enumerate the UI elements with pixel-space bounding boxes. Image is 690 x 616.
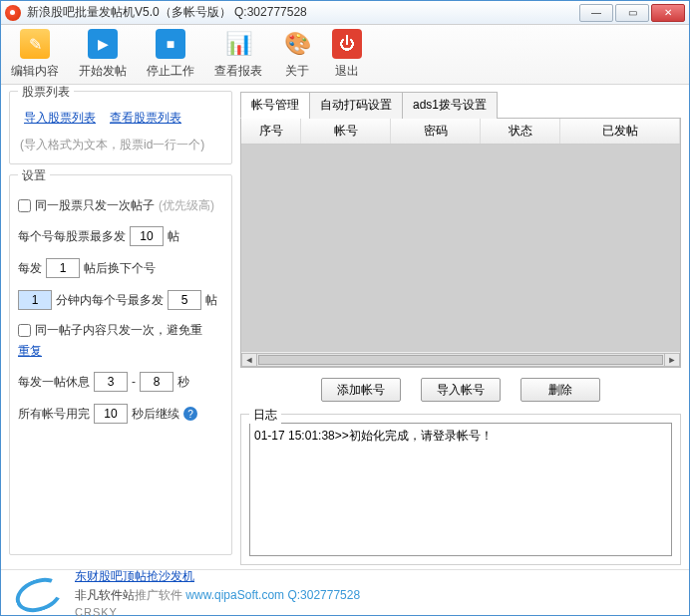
right-panel: 帐号管理 自动打码设置 ads1拨号设置 序号 帐号 密码 状态 已发帖 ◄ — [240, 91, 681, 565]
stock-list-title: 股票列表 — [18, 85, 74, 101]
help-icon[interactable]: ? — [183, 407, 197, 421]
close-button[interactable]: ✕ — [651, 4, 685, 22]
add-account-button[interactable]: 添加帐号 — [321, 378, 401, 402]
minimize-button[interactable]: — — [579, 4, 613, 22]
start-post-button[interactable]: 开始发帖 — [79, 29, 127, 80]
account-table: 序号 帐号 密码 状态 已发帖 ◄ ► — [240, 119, 681, 368]
maximize-button[interactable]: ▭ — [615, 4, 649, 22]
view-report-button[interactable]: 查看报表 — [214, 29, 262, 80]
tab-bar: 帐号管理 自动打码设置 ads1拨号设置 — [240, 91, 681, 119]
table-body[interactable] — [241, 145, 680, 351]
log-title: 日志 — [249, 407, 281, 424]
stop-icon — [156, 29, 185, 59]
col-posted[interactable]: 已发帖 — [560, 119, 680, 144]
titlebar: 新浪股吧批量发帖机V5.0（多帐号版） Q:302777528 — ▭ ✕ — [1, 1, 689, 25]
import-stock-list-link[interactable]: 导入股票列表 — [24, 110, 96, 127]
log-group: 日志 01-17 15:01:38>>初始化完成，请登录帐号！ — [240, 414, 681, 565]
tab-captcha-settings[interactable]: 自动打码设置 — [309, 92, 403, 119]
toolbar: 编辑内容 开始发帖 停止工作 查看报表 关于 退出 — [1, 25, 689, 85]
scroll-left-icon[interactable]: ◄ — [241, 353, 257, 367]
power-icon — [332, 29, 362, 59]
footer-brand-sub: 推广软件 — [135, 588, 182, 602]
scroll-right-icon[interactable]: ► — [664, 353, 680, 367]
duplicate-link[interactable]: 重复 — [18, 343, 42, 360]
max-posts-input[interactable] — [130, 226, 164, 246]
edit-content-button[interactable]: 编辑内容 — [11, 29, 59, 80]
one-post-suffix: (优先级高) — [159, 197, 214, 214]
left-panel: 股票列表 导入股票列表 查看股票列表 (导入格式为文本，股票id一行一个) 设置… — [9, 91, 232, 565]
col-account[interactable]: 帐号 — [301, 119, 391, 144]
settings-group: 设置 同一股票只发一次帖子 (优先级高) 每个号每股票最多发 帖 每发 帖后换下… — [9, 174, 232, 555]
window-title: 新浪股吧批量发帖机V5.0（多帐号版） Q:302777528 — [27, 4, 579, 21]
col-status[interactable]: 状态 — [481, 119, 560, 144]
per-minute-max-input[interactable] — [168, 290, 201, 310]
table-header: 序号 帐号 密码 状态 已发帖 — [241, 119, 680, 145]
window-buttons: — ▭ ✕ — [579, 4, 685, 22]
switch-after-input[interactable] — [46, 258, 80, 278]
exit-button[interactable]: 退出 — [332, 29, 362, 80]
col-password[interactable]: 密码 — [391, 119, 481, 144]
footer-crsky: CRSKY — [75, 606, 360, 617]
crsky-logo-icon — [11, 575, 65, 611]
minutes-input[interactable] — [18, 290, 52, 310]
log-line: 01-17 15:01:38>>初始化完成，请登录帐号！ — [254, 428, 667, 445]
import-hint: (导入格式为文本，股票id一行一个) — [20, 137, 223, 154]
about-button[interactable]: 关于 — [282, 29, 312, 80]
account-button-row: 添加帐号 导入帐号 删除 — [240, 368, 681, 406]
scroll-thumb[interactable] — [258, 355, 663, 365]
view-stock-list-link[interactable]: 查看股票列表 — [110, 110, 181, 127]
horizontal-scrollbar[interactable]: ◄ ► — [241, 351, 680, 367]
footer: 东财股吧顶帖抢沙发机 非凡软件站推广软件 www.qipaSoft.com Q:… — [1, 569, 689, 615]
delete-account-button[interactable]: 删除 — [520, 378, 600, 402]
rest-max-input[interactable] — [140, 372, 173, 392]
settings-title: 设置 — [18, 167, 50, 184]
footer-contact: www.qipaSoft.com Q:302777528 — [185, 588, 360, 602]
footer-brand: 非凡软件站 — [75, 588, 135, 602]
scroll-track[interactable] — [256, 353, 665, 367]
import-account-button[interactable]: 导入帐号 — [421, 378, 501, 402]
play-icon — [88, 29, 118, 59]
account-panel: 帐号管理 自动打码设置 ads1拨号设置 序号 帐号 密码 状态 已发帖 ◄ — [240, 91, 681, 406]
palette-icon — [282, 29, 312, 59]
stock-list-group: 股票列表 导入股票列表 查看股票列表 (导入格式为文本，股票id一行一个) — [9, 91, 232, 164]
one-post-label: 同一股票只发一次帖子 — [35, 197, 155, 214]
weibo-logo-icon — [5, 5, 21, 21]
log-textarea[interactable]: 01-17 15:01:38>>初始化完成，请登录帐号！ — [249, 423, 672, 556]
col-index[interactable]: 序号 — [241, 119, 301, 144]
stop-work-button[interactable]: 停止工作 — [147, 29, 194, 80]
tab-account-manage[interactable]: 帐号管理 — [240, 92, 310, 119]
rest-min-input[interactable] — [94, 372, 128, 392]
chart-icon — [223, 29, 253, 59]
one-post-per-stock-checkbox[interactable] — [18, 199, 31, 212]
tab-adsl-settings[interactable]: ads1拨号设置 — [402, 92, 498, 119]
app-window: 新浪股吧批量发帖机V5.0（多帐号版） Q:302777528 — ▭ ✕ 编辑… — [0, 0, 690, 616]
all-used-wait-input[interactable] — [94, 404, 128, 424]
main-body: 股票列表 导入股票列表 查看股票列表 (导入格式为文本，股票id一行一个) 设置… — [1, 85, 689, 569]
no-duplicate-checkbox[interactable] — [18, 324, 31, 337]
pencil-icon — [20, 29, 50, 59]
footer-promo-link[interactable]: 东财股吧顶帖抢沙发机 — [75, 569, 194, 583]
